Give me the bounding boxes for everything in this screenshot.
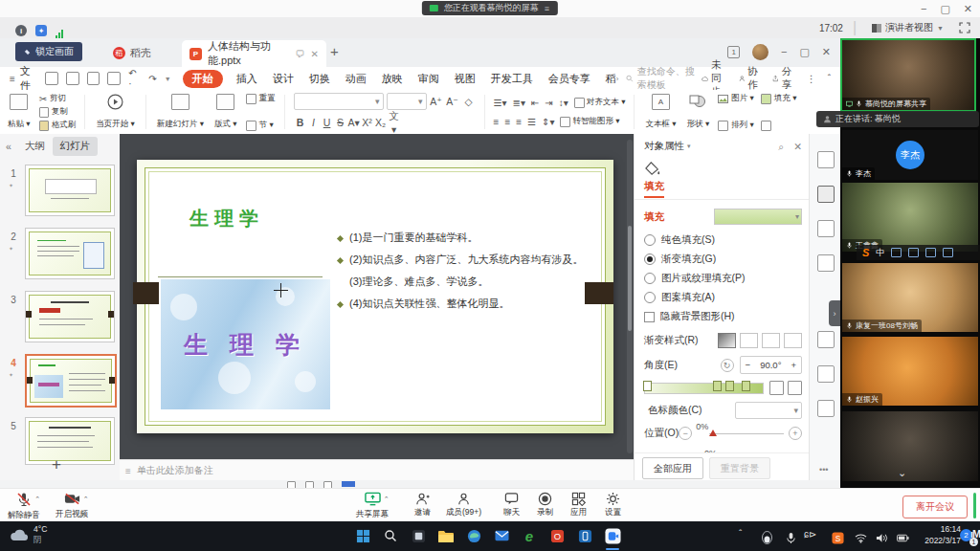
tab-design[interactable]: 设计: [273, 70, 294, 88]
fullscreen-icon[interactable]: [959, 22, 970, 33]
gradient-stop[interactable]: [713, 381, 722, 391]
ie-browser-button[interactable]: e: [519, 525, 540, 546]
office-button[interactable]: O: [546, 525, 568, 546]
maximize-icon[interactable]: ▢: [940, 0, 949, 17]
slide-thumbnail-3[interactable]: [25, 291, 115, 342]
align-center-icon[interactable]: ≡: [504, 117, 510, 127]
tab-view[interactable]: 视图: [455, 70, 476, 88]
tencent-meeting-button[interactable]: [602, 525, 623, 546]
sogou-logo-icon[interactable]: S: [862, 247, 869, 258]
command-search[interactable]: 查找命令、搜索模板: [626, 65, 702, 92]
security-shield-icon[interactable]: ✦: [35, 25, 47, 36]
paste-button[interactable]: 粘贴 ▾: [6, 93, 33, 131]
increase-indent-icon[interactable]: ⇥: [545, 98, 552, 108]
arrange-button[interactable]: 排列 ▾: [718, 120, 754, 131]
tab-slideshow[interactable]: 放映: [382, 70, 403, 88]
subscript-button[interactable]: X₂: [374, 117, 388, 128]
settings-button[interactable]: 设置: [605, 492, 621, 518]
font-family-combo[interactable]: ▾: [294, 93, 384, 110]
gradient-stop[interactable]: [643, 381, 652, 391]
invite-button[interactable]: 邀请: [414, 492, 431, 518]
remove-stop-icon[interactable]: [788, 381, 802, 395]
mail-button[interactable]: [491, 525, 512, 546]
record-button[interactable]: 录制: [537, 492, 553, 518]
reset-background-button[interactable]: 重置背景: [709, 457, 770, 479]
position-minus[interactable]: −: [679, 427, 692, 440]
learning-icon[interactable]: [817, 400, 835, 417]
section-button[interactable]: 节 ▾: [246, 120, 276, 131]
mic-tray-icon[interactable]: [780, 527, 801, 548]
redo-icon[interactable]: ↷: [148, 74, 156, 84]
slide-thumbnail-2[interactable]: [25, 228, 115, 279]
participant-tile-more[interactable]: ⌄: [842, 411, 978, 481]
outline-icon[interactable]: [761, 121, 771, 131]
qq-tray-icon[interactable]: [756, 527, 777, 548]
gradient-style-rect[interactable]: [762, 333, 780, 348]
fill-button[interactable]: 填充 ▾: [761, 93, 797, 104]
pin-panel-icon[interactable]: ⌕: [778, 141, 784, 153]
bold-button[interactable]: B: [294, 117, 307, 128]
taskbar-search-button[interactable]: [380, 525, 401, 546]
play-from-current-button[interactable]: 当页开始 ▾: [94, 93, 137, 131]
fill-color-swatch[interactable]: ▾: [714, 209, 802, 225]
info-icon[interactable]: i: [15, 25, 27, 36]
gradient-stop-bar[interactable]: [644, 383, 764, 394]
option-pattern-fill[interactable]: 图案填充(A): [644, 291, 802, 304]
help-icon[interactable]: [817, 331, 835, 348]
print-icon[interactable]: [87, 72, 100, 85]
participant-tile[interactable]: 康复一班08号刘畅: [842, 263, 978, 332]
line-spacing-icon[interactable]: ↕▾: [559, 98, 568, 108]
slide-thumbnail-1[interactable]: [25, 165, 115, 216]
position-plus[interactable]: +: [789, 427, 802, 440]
paragraph-spacing-icon[interactable]: ⇕▾: [542, 117, 554, 127]
bullet-list-icon[interactable]: ☰▾: [494, 98, 507, 108]
slide-editing-area[interactable]: 生理学 生 理 学 (1)是一门重要的基础学科。 (2)知识点多、内容广泛、九大…: [137, 160, 613, 433]
align-text-button[interactable]: 对齐文本 ▾: [574, 97, 626, 108]
notes-clipboard-icon[interactable]: [817, 365, 835, 383]
phone-link-button[interactable]: [574, 525, 595, 546]
option-gradient-fill[interactable]: 渐变填充(G): [644, 253, 802, 266]
font-color-button[interactable]: A▾: [347, 117, 361, 128]
undo-icon[interactable]: ↶ ·: [128, 68, 141, 89]
apps-button[interactable]: 应用: [570, 492, 587, 518]
document-count-badge[interactable]: 1: [727, 46, 739, 58]
copy-button[interactable]: 复制: [39, 106, 77, 118]
canvas-scrollbar[interactable]: [627, 140, 633, 453]
view-mode-button[interactable]: 演讲者视图 ▼: [866, 20, 949, 35]
collaborate-button[interactable]: 协作: [739, 65, 762, 92]
add-stop-icon[interactable]: [769, 381, 784, 395]
participant-tile[interactable]: 王鑫鑫: [842, 183, 978, 252]
battery-tray-icon[interactable]: [892, 527, 913, 548]
ime-toolbox-icon[interactable]: [943, 248, 953, 257]
lock-screen-overlay-button[interactable]: 锁定画面: [15, 42, 82, 61]
task-view-button[interactable]: [408, 525, 429, 546]
slide-canvas[interactable]: 生理学 生 理 学 (1)是一门重要的基础学科。 (2)知识点多、内容广泛、九大…: [120, 134, 634, 459]
cut-button[interactable]: ✂剪切: [39, 93, 77, 104]
document-tab[interactable]: P 人体结构与功能.pptx 🗩 ✕: [182, 40, 326, 67]
participant-tile[interactable]: 赵振兴: [842, 337, 978, 406]
superscript-button[interactable]: X²: [361, 117, 374, 128]
tab-home[interactable]: 开始: [183, 70, 223, 88]
docer-tab[interactable]: 稻 稻壳: [113, 42, 151, 63]
italic-button[interactable]: I: [307, 117, 321, 128]
slide-image[interactable]: 生 理 学: [161, 279, 330, 409]
edge-browser-button[interactable]: [463, 525, 484, 546]
ime-mic-icon[interactable]: [908, 248, 919, 257]
taskbar-weather[interactable]: 4°C 阴: [10, 524, 47, 545]
gradient-stop[interactable]: [742, 381, 750, 391]
close-panel-icon[interactable]: ✕: [793, 141, 802, 153]
properties-sliders-icon[interactable]: [817, 186, 835, 203]
fill-tab[interactable]: 填充: [644, 180, 664, 198]
tab-animation[interactable]: 动画: [345, 70, 367, 88]
align-left-icon[interactable]: ≡: [494, 117, 500, 127]
slides-tab[interactable]: 幻灯片: [53, 137, 99, 156]
participant-tile[interactable]: 李杰 李杰: [842, 130, 978, 180]
new-slide-button[interactable]: 新建幻灯片 ▾: [155, 93, 206, 131]
tab-docer-res[interactable]: 稻: [606, 70, 616, 88]
collapse-ribbon-icon[interactable]: ˆ: [828, 74, 831, 84]
export-icon[interactable]: [66, 72, 79, 85]
chat-button[interactable]: 聊天: [503, 492, 520, 518]
apply-all-button[interactable]: 全部应用: [642, 457, 703, 479]
share-button[interactable]: 分享: [772, 65, 795, 92]
slide-title[interactable]: 生理学: [189, 206, 264, 231]
